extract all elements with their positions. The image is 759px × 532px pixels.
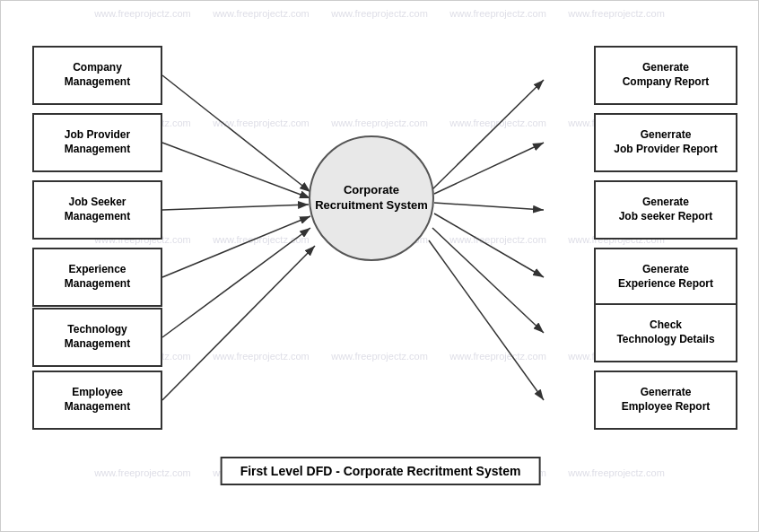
svg-line-5 <box>162 228 310 337</box>
svg-line-2 <box>162 143 310 198</box>
gen-employee-report-label: GenerrateEmployee Report <box>622 386 711 414</box>
gen-experience-report-label: GenerateExperience Report <box>618 263 713 291</box>
gen-experience-report-box: GenerateExperience Report <box>594 248 737 307</box>
svg-line-12 <box>429 240 544 400</box>
svg-line-4 <box>162 216 310 277</box>
employee-mgmt-box: EmployeeManagement <box>32 371 162 430</box>
check-technology-label: CheckTechnology Details <box>616 318 714 346</box>
job-provider-mgmt-box: Job ProviderManagement <box>32 113 162 172</box>
center-label: Corporate Recruitment System <box>310 183 432 214</box>
main-container: www.freeprojectz.com www.freeprojectz.co… <box>0 0 759 532</box>
svg-line-7 <box>432 80 544 189</box>
svg-line-11 <box>432 228 544 333</box>
gen-job-seeker-report-label: GenerateJob seeker Report <box>619 196 713 223</box>
gen-job-seeker-report-box: GenerateJob seeker Report <box>594 180 737 240</box>
company-mgmt-label: CompanyManagement <box>65 61 130 89</box>
experience-mgmt-box: ExperienceManagement <box>32 248 162 307</box>
job-seeker-mgmt-box: Job SeekerManagement <box>32 180 162 240</box>
caption-label: First Level DFD - Corporate Recritment S… <box>240 464 521 478</box>
diagram-caption: First Level DFD - Corporate Recritment S… <box>221 457 541 485</box>
svg-line-1 <box>162 75 310 192</box>
svg-line-8 <box>434 143 544 194</box>
company-mgmt-box: CompanyManagement <box>32 46 162 105</box>
svg-line-9 <box>434 203 544 210</box>
employee-mgmt-label: EmployeeManagement <box>65 386 130 414</box>
experience-mgmt-label: ExperienceManagement <box>65 263 130 291</box>
job-seeker-mgmt-label: Job SeekerManagement <box>65 196 130 223</box>
dfd-area: Corporate Recruitment System CompanyMana… <box>14 14 746 490</box>
technology-mgmt-box: TechnologyManagement <box>32 308 162 367</box>
technology-mgmt-label: TechnologyManagement <box>65 323 130 351</box>
svg-line-6 <box>162 246 315 400</box>
gen-company-report-box: GenerateCompany Report <box>594 46 737 105</box>
svg-line-3 <box>162 205 309 210</box>
gen-job-provider-report-box: GenerrateJob Provider Report <box>594 113 737 172</box>
check-technology-box: CheckTechnology Details <box>594 303 737 362</box>
gen-employee-report-box: GenerrateEmployee Report <box>594 371 737 430</box>
gen-job-provider-report-label: GenerrateJob Provider Report <box>614 128 717 156</box>
gen-company-report-label: GenerateCompany Report <box>623 61 710 89</box>
center-circle: Corporate Recruitment System <box>309 135 434 261</box>
job-provider-mgmt-label: Job ProviderManagement <box>65 128 130 156</box>
